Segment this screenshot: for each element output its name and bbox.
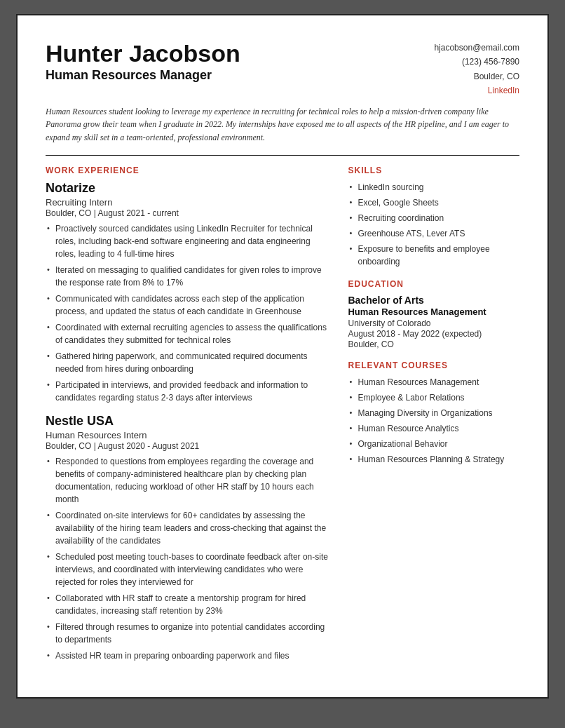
skills-list: LinkedIn sourcing Excel, Google Sheets R… [348, 181, 519, 268]
meta-notarize: Boulder, CO | August 2021 - current [46, 208, 328, 218]
relevant-courses-section: RELEVANT COURSES Human Resources Managem… [348, 360, 519, 466]
meta-nestle: Boulder, CO | August 2020 - August 2021 [46, 441, 328, 451]
contact-phone: (123) 456-7890 [393, 55, 519, 69]
list-item: Iterated on messaging to qualified candi… [46, 264, 328, 289]
list-item: Employee & Labor Relations [348, 391, 519, 404]
education-title: EDUCATION [348, 279, 519, 289]
list-item: Assisted HR team in preparing onboarding… [46, 649, 328, 662]
candidate-name: Hunter Jacobson [46, 41, 393, 67]
list-item: Filtered through resumes to organize int… [46, 621, 328, 646]
list-item: Communicated with candidates across each… [46, 292, 328, 318]
edu-major: Human Resources Management [348, 306, 519, 317]
header-divider [46, 155, 519, 156]
list-item: Human Resources Planning & Strategy [348, 453, 519, 466]
resume-document: Hunter Jacobson Human Resources Manager … [16, 14, 549, 699]
work-experience-section: WORK EXPERIENCE Notarize Recruiting Inte… [46, 166, 328, 662]
linkedin-link[interactable]: LinkedIn [488, 86, 519, 95]
company-nestle: Nestle USA [46, 414, 328, 429]
edu-location: Boulder, CO [348, 339, 519, 349]
skills-section: SKILLS LinkedIn sourcing Excel, Google S… [348, 166, 519, 268]
list-item: Scheduled post meeting touch-bases to co… [46, 551, 328, 588]
list-item: Collaborated with HR staff to create a m… [46, 592, 328, 617]
bullets-notarize: Proactively sourced candidates using Lin… [46, 222, 328, 404]
list-item: Gathered hiring paperwork, and communica… [46, 350, 328, 375]
right-column: SKILLS LinkedIn sourcing Excel, Google S… [348, 166, 519, 672]
summary-text: Human Resources student looking to lever… [46, 105, 519, 144]
edu-school: University of Colorado [348, 318, 519, 328]
list-item: Greenhouse ATS, Lever ATS [348, 227, 519, 240]
education-section: EDUCATION Bachelor of Arts Human Resourc… [348, 279, 519, 349]
role-notarize: Recruiting Intern [46, 197, 328, 208]
header-contact: hjacobson@email.com (123) 456-7890 Bould… [393, 41, 519, 98]
header-left: Hunter Jacobson Human Resources Manager [46, 41, 393, 83]
job-notarize: Notarize Recruiting Intern Boulder, CO |… [46, 181, 328, 404]
work-experience-title: WORK EXPERIENCE [46, 166, 328, 175]
list-item: Proactively sourced candidates using Lin… [46, 222, 328, 260]
main-body: WORK EXPERIENCE Notarize Recruiting Inte… [46, 166, 519, 672]
list-item: Human Resources Management [348, 376, 519, 389]
list-item: Managing Diversity in Organizations [348, 407, 519, 419]
edu-degree: Bachelor of Arts [348, 295, 519, 306]
candidate-title: Human Resources Manager [46, 68, 393, 83]
list-item: Recruiting coordination [348, 212, 519, 224]
role-nestle: Human Resources Intern [46, 430, 328, 440]
contact-location: Boulder, CO [393, 69, 519, 83]
list-item: Exposure to benefits and employee onboar… [348, 243, 519, 268]
list-item: Responded to questions from employees re… [46, 455, 328, 506]
edu-dates: August 2018 - May 2022 (expected) [348, 329, 519, 339]
list-item: Coordinated on-site interviews for 60+ c… [46, 509, 328, 547]
skills-title: SKILLS [348, 166, 519, 175]
job-nestle: Nestle USA Human Resources Intern Boulde… [46, 414, 328, 662]
company-notarize: Notarize [46, 181, 328, 196]
list-item: LinkedIn sourcing [348, 181, 519, 194]
list-item: Organizational Behavior [348, 438, 519, 450]
list-item: Excel, Google Sheets [348, 196, 519, 209]
list-item: Human Resource Analytics [348, 422, 519, 435]
relevant-courses-title: RELEVANT COURSES [348, 360, 519, 370]
bullets-nestle: Responded to questions from employees re… [46, 455, 328, 662]
contact-email: hjacobson@email.com [393, 41, 519, 55]
resume-header: Hunter Jacobson Human Resources Manager … [46, 41, 519, 98]
left-column: WORK EXPERIENCE Notarize Recruiting Inte… [46, 166, 328, 672]
list-item: Coordinated with external recruiting age… [46, 321, 328, 346]
courses-list: Human Resources Management Employee & La… [348, 376, 519, 466]
list-item: Participated in interviews, and provided… [46, 379, 328, 404]
